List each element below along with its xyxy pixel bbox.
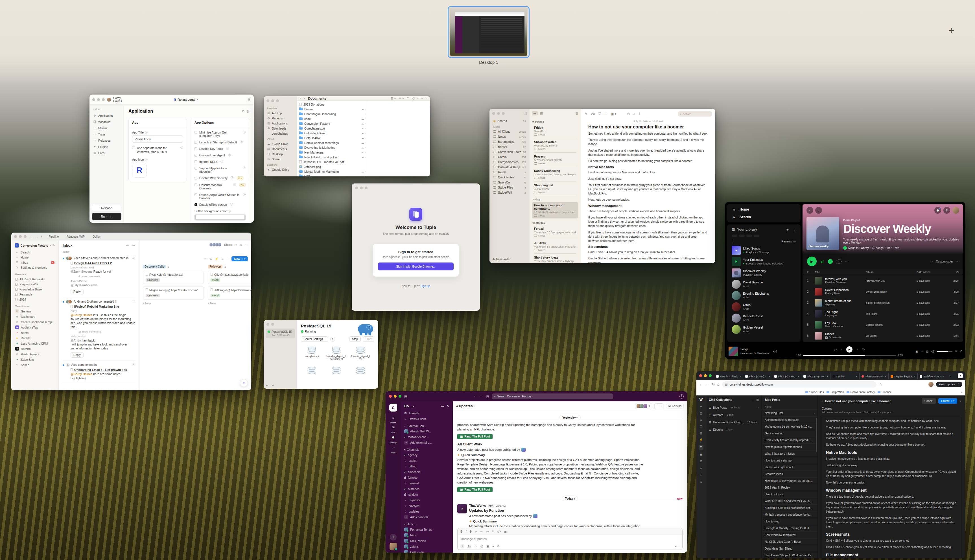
more-comments-link[interactable]: 4 more comments (78, 275, 135, 278)
send-options-icon[interactable]: ▾ (678, 545, 680, 547)
bookmark-icon[interactable] (738, 391, 741, 394)
new-button[interactable]: New▾ (232, 256, 248, 262)
notes-folder[interactable]: Quick Notes0 (492, 175, 528, 180)
page-link[interactable]: Onboarding Email 7 - List growth tips (70, 368, 135, 372)
profile-avatar[interactable] (952, 207, 959, 214)
todesktop-window[interactable]: Corey Haines R Retext Local ▾ ⊟ Builder … (90, 95, 254, 223)
post-row[interactable]: My hair transplant experience (befo... (762, 512, 817, 518)
extension-icon[interactable] (885, 382, 888, 386)
search-library-icon[interactable]: ⌕ (732, 240, 733, 243)
date-divider[interactable]: Today ▾ (562, 496, 578, 501)
dm-item[interactable]: Corey you (401, 549, 453, 553)
search-bar[interactable]: ⌕Search Conversion Factory (492, 393, 613, 399)
member-avatars[interactable] (210, 243, 222, 247)
track-row[interactable]: 1 forever, with youParadise Blossom fore… (803, 275, 963, 286)
kanban-card[interactable]: Jeff Wigal @ https://www.assignr.com Goo… (208, 286, 251, 300)
post-row[interactable]: Use it or lose it (762, 491, 817, 498)
post-row[interactable]: How much to pay yourself as an age... (762, 478, 817, 484)
user-icon[interactable]: ⊚ (700, 480, 702, 483)
browser-tab[interactable]: Organic keywor... × (888, 373, 917, 380)
notion-tab[interactable]: Pipeline (45, 233, 63, 240)
send-icon[interactable]: ➤ (674, 545, 677, 548)
browser-tab[interactable]: Planogram Man... × (859, 373, 888, 380)
reply-button[interactable]: Reply (70, 352, 83, 358)
option-row[interactable]: Internal URLs ? (195, 160, 246, 163)
post-row[interactable]: New Blog Post › (762, 410, 817, 417)
note-item[interactable]: Shows to watch Wednesday Billions Notes (532, 139, 578, 152)
filter-icon[interactable]: ≔ (204, 257, 207, 260)
spotify-window[interactable]: ⌂Home⌕Search ▤ Your Library +→ ⌕Recents≔… (725, 202, 965, 359)
checklist-icon[interactable]: ☑ (598, 112, 601, 116)
expand-icon[interactable]: → (792, 227, 796, 232)
shuffle-icon[interactable]: ⇄ (821, 259, 824, 263)
option-row[interactable]: Disable Dev Tools ? (195, 147, 246, 150)
notion-tab[interactable]: Ogilvy (88, 233, 105, 240)
kanban-card[interactable]: Ryan Kulp @ https://fera.ai Unknown (143, 271, 204, 284)
library-item[interactable]: OftenArtist (729, 301, 798, 312)
history-back-icon[interactable]: ← (473, 394, 477, 398)
extension-icon[interactable] (912, 382, 915, 386)
bookmark-icon[interactable] (713, 391, 717, 394)
dm-item[interactable]: Fernanda Torres (401, 527, 453, 532)
add-icon[interactable]: + (700, 405, 702, 408)
sidebar-item[interactable]: ✦Plugins (92, 144, 122, 150)
teamspace-item[interactable]: ▣AudienceTap (13, 325, 56, 330)
separate-icons-checkbox[interactable] (132, 146, 135, 149)
post-row[interactable]: How to plan a trip with friends (762, 444, 817, 450)
stop-button[interactable]: Stop (349, 337, 361, 342)
sort-label[interactable]: Recents (782, 240, 792, 243)
icloud-download-icon[interactable]: ☁ (361, 156, 364, 158)
shared-folder[interactable]: ◉Shared19 (492, 118, 528, 123)
now-playing-artists[interactable]: Headaches, Golden Vessel (740, 352, 770, 355)
icloud-download-icon[interactable]: ☁ (361, 117, 364, 120)
queue-icon[interactable]: ≔ (920, 350, 923, 353)
delete-note-icon[interactable]: 🗑 (575, 112, 578, 115)
back-icon[interactable]: ‹ (300, 96, 301, 100)
app-avatar[interactable]: ◗ (457, 504, 467, 513)
option-row[interactable]: Disable Web Security ? Pro (195, 177, 246, 180)
channel-item[interactable]: # savvycal (401, 503, 453, 508)
notes-folder[interactable]: SavvyCal6 (492, 180, 528, 185)
post-row[interactable]: 2023 Year in Review (762, 484, 817, 491)
traffic-lights[interactable] (14, 235, 27, 238)
bookmark-icon[interactable] (790, 391, 793, 394)
profile-avatar[interactable] (390, 543, 397, 550)
help-icon[interactable]: ? (228, 153, 231, 157)
saved-check-icon[interactable]: ✓ (828, 259, 833, 264)
member-count[interactable]: 4 (635, 403, 653, 409)
notes-folder[interactable]: Baremetrics209 (492, 139, 528, 144)
icloud-download-icon[interactable]: ☁ (361, 108, 364, 111)
bookmark-icon[interactable] (709, 391, 712, 394)
channel-item[interactable]: cloneable (401, 469, 453, 475)
bookmark-icon[interactable] (704, 391, 707, 394)
filter-chip[interactable] (732, 235, 737, 237)
back-icon[interactable]: ‹ (822, 399, 823, 403)
webflow-logo[interactable]: W (700, 398, 703, 402)
sidebar-toggle-icon[interactable]: ▤ (404, 395, 407, 398)
new-tab-button[interactable]: + (949, 374, 951, 378)
more-icon[interactable]: ⋯ (126, 243, 129, 247)
option-row[interactable]: Support App Protocol (deeplink) ? (195, 167, 246, 173)
close-icon[interactable]: × (960, 399, 961, 403)
channel-item[interactable]: outreach (401, 486, 453, 492)
chevron-right-icon[interactable]: › (365, 137, 365, 140)
post-row[interactable]: Best Coffee Shops to Work in San Di... (762, 552, 817, 558)
note-item[interactable]: Short story ideas Yesterday Frankenstein… (532, 254, 578, 263)
post-row[interactable]: No Gi Jiu Jitsu Gear (# Best) (762, 538, 817, 545)
browser-tab[interactable]: Webflow - Core... × (917, 373, 947, 380)
browser-tab[interactable]: Google Calend... × (714, 373, 743, 380)
forward-button[interactable]: › (815, 207, 822, 214)
friend-activity-icon[interactable]: ⊚ (943, 207, 950, 214)
back-icon[interactable]: ← (699, 382, 703, 387)
fullscreen-icon[interactable]: ⤢ (960, 350, 962, 353)
file-row[interactable]: Default Alive ☁› (297, 135, 368, 140)
teamspace-item[interactable]: ⊘Client Dashboard Templ... (13, 319, 56, 325)
extension-icon[interactable] (922, 382, 926, 386)
search-icon[interactable]: ⌕ (426, 97, 427, 100)
database-item[interactable]: founder_digest_t est (350, 345, 372, 362)
dm-item[interactable]: Nick (401, 532, 453, 538)
owner-link[interactable]: Corey (861, 247, 868, 250)
help-icon[interactable]: ? (145, 131, 148, 134)
help-icon[interactable]: ? (230, 203, 233, 206)
layout-icon[interactable]: ⊟ (248, 98, 250, 101)
